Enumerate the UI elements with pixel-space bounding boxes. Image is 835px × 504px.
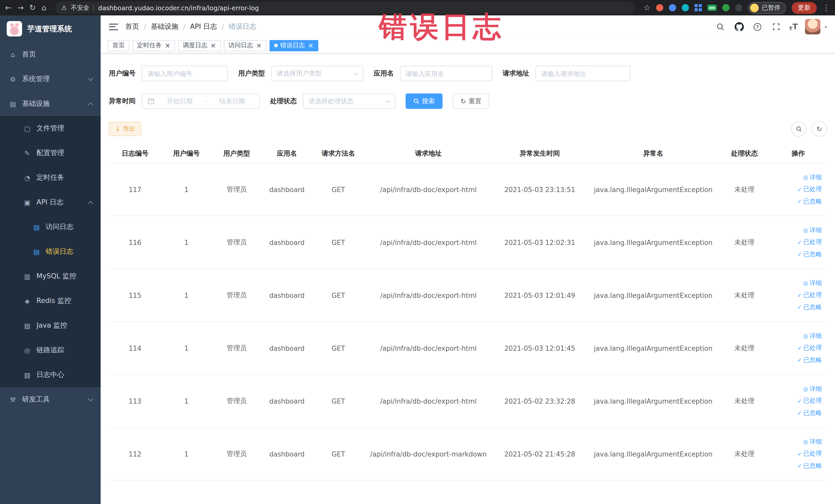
detail-link[interactable]: ◎详细 [803,173,822,182]
extension-red-icon[interactable] [656,4,663,11]
start-date-placeholder: 开始日期 [158,97,202,105]
breadcrumb-separator: / [183,23,185,31]
close-icon[interactable]: × [308,42,313,49]
hamburger-icon[interactable] [109,23,118,30]
tab-job-log[interactable]: 调度日志× [178,40,221,51]
sidebar-item-error-log[interactable]: ▤ 错误日志 [0,239,101,264]
sidebar-item-access-log[interactable]: ▤ 访问日志 [0,215,101,239]
mark-processed-link[interactable]: ✓已处理 [797,396,822,406]
extension-paw-icon[interactable] [735,4,742,11]
sidebar-item-java-monitor[interactable]: ▨ Java 监控 [0,313,101,338]
refresh-table-button[interactable]: ↻ [812,121,827,137]
detail-link[interactable]: ◎详细 [803,278,822,288]
detail-link[interactable]: ◎详细 [803,384,822,394]
tab-label: 调度日志 [183,41,207,50]
reset-button[interactable]: ↻ 重置 [453,94,489,109]
reload-icon[interactable]: ↻ [29,4,36,12]
exception-time-label: 异常时间 [109,97,136,106]
browser-home-icon[interactable]: ⌂ [41,4,46,12]
mark-ignored-link[interactable]: ✓已忽略 [797,302,822,312]
user-type-select[interactable]: 请选择用户类型 [271,66,364,81]
sidebar-item-api-logs[interactable]: ▣ API 日志 [0,190,101,215]
column-header: 操作 [770,149,827,158]
back-icon[interactable]: ← [5,4,12,12]
detail-link[interactable]: ◎详细 [803,225,822,235]
bookmark-star-icon[interactable]: ☆ [644,4,650,12]
fullscreen-icon[interactable] [771,21,782,32]
sidebar-item-dev-tools[interactable]: ⚒ 研发工具 [0,387,101,412]
app-name-input[interactable] [400,66,492,81]
search-button[interactable]: 搜索 [406,94,443,109]
sidebar-item-link-tracing[interactable]: ◎ 链路追踪 [0,338,101,363]
mark-ignored-link[interactable]: ✓已忽略 [797,196,822,206]
sidebar-item-system-management[interactable]: ⚙ 系统管理 [0,67,101,92]
mark-processed-link[interactable]: ✓已处理 [797,238,822,247]
profile-sync-paused-chip[interactable]: 已暂停 [748,2,786,14]
svg-text:?: ? [756,24,759,29]
cell-actions: ◎详细✓已处理✓已忽略 [770,278,827,312]
sidebar-item-scheduled-tasks[interactable]: ◔ 定时任务 [0,165,101,190]
request-url-input[interactable] [535,66,630,81]
sidebar-item-home[interactable]: ⌂ 首页 [0,42,101,67]
export-button[interactable]: ↓ 导出 [109,122,141,136]
extension-teal-icon[interactable] [682,4,689,11]
sidebar-item-redis-monitor[interactable]: ◈ Redis 监控 [0,288,101,313]
cell-app: dashboard [262,450,312,458]
help-icon[interactable]: ? [752,21,763,32]
extension-grid-icon[interactable] [695,4,702,11]
sidebar-item-infrastructure[interactable]: ▤ 基础设施 [0,92,101,116]
address-bar[interactable]: ⚠ 不安全 dashboard.yudao.iocoder.cn/infra/l… [55,2,635,14]
mark-processed-link[interactable]: ✓已处理 [797,343,822,353]
search-icon[interactable] [715,21,727,32]
toggle-search-button[interactable] [791,121,807,137]
github-icon[interactable] [734,21,745,32]
breadcrumb-item[interactable]: 基础设施 [151,22,178,31]
sidebar-item-label: 定时任务 [37,173,64,182]
browser-menu-icon[interactable]: ⋮ [822,4,830,12]
cell-status: 未处理 [719,344,770,353]
breadcrumb-item[interactable]: 首页 [125,22,139,31]
action-label: 详细 [810,278,822,288]
tab-access-log[interactable]: 访问日志× [224,40,266,51]
close-icon[interactable]: × [165,42,170,49]
detail-link[interactable]: ◎详细 [803,331,822,341]
sidebar-item-label: 链路追踪 [37,346,64,355]
sidebar-item-config-management[interactable]: ✎ 配置管理 [0,141,101,165]
sidebar-item-label: MySQL 监控 [37,271,76,281]
tab-label: 访问日志 [228,41,253,50]
mark-ignored-link[interactable]: ✓已忽略 [797,408,822,418]
extension-on-badge[interactable]: on [708,5,717,11]
mark-processed-link[interactable]: ✓已处理 [797,185,822,194]
mark-ignored-link[interactable]: ✓已忽略 [797,461,822,471]
detail-link[interactable]: ◎详细 [803,437,822,447]
font-size-icon[interactable]: TT [789,22,798,31]
avatar-caret-icon[interactable]: ▾ [824,24,827,29]
tab-home[interactable]: 首页 [108,40,129,51]
extension-blue-icon[interactable] [669,4,676,11]
sidebar-item-mysql-monitor[interactable]: ▥ MySQL 监控 [0,264,101,288]
browser-update-button[interactable]: 更新 [792,2,817,14]
filter-exception-time: 异常时间 开始日期 - 结束日期 [109,94,260,109]
cell-actions: ◎详细✓已处理✓已忽略 [770,331,827,365]
breadcrumb-item[interactable]: API 日志 [190,22,217,31]
tab-scheduled-tasks[interactable]: 定时任务× [133,40,175,51]
mark-ignored-link[interactable]: ✓已忽略 [797,249,822,259]
extension-green-icon[interactable] [722,4,730,11]
exception-time-range-picker[interactable]: 开始日期 - 结束日期 [142,94,260,109]
close-icon[interactable]: × [256,42,262,49]
mark-ignored-link[interactable]: ✓已忽略 [797,355,822,365]
mark-processed-link[interactable]: ✓已处理 [797,290,822,300]
user-id-input[interactable] [142,66,228,81]
tab-error-log[interactable]: 错误日志× [269,40,318,51]
sidebar-item-file-management[interactable]: ▢ 文件管理 [0,116,101,141]
mark-processed-link[interactable]: ✓已处理 [797,449,822,459]
user-avatar[interactable] [805,19,820,35]
cell-actions: ◎详细✓已处理✓已忽略 [770,384,827,418]
close-icon[interactable]: × [210,42,216,49]
forward-icon[interactable]: → [17,4,24,12]
cell-time: 2021-05-02 21:45:28 [492,450,587,458]
sidebar-item-label: 研发工具 [22,395,50,404]
edit-icon: ✎ [23,149,32,157]
process-status-select[interactable]: 请选择处理状态 [303,94,395,109]
sidebar-item-log-center[interactable]: ▧ 日志中心 [0,363,101,387]
